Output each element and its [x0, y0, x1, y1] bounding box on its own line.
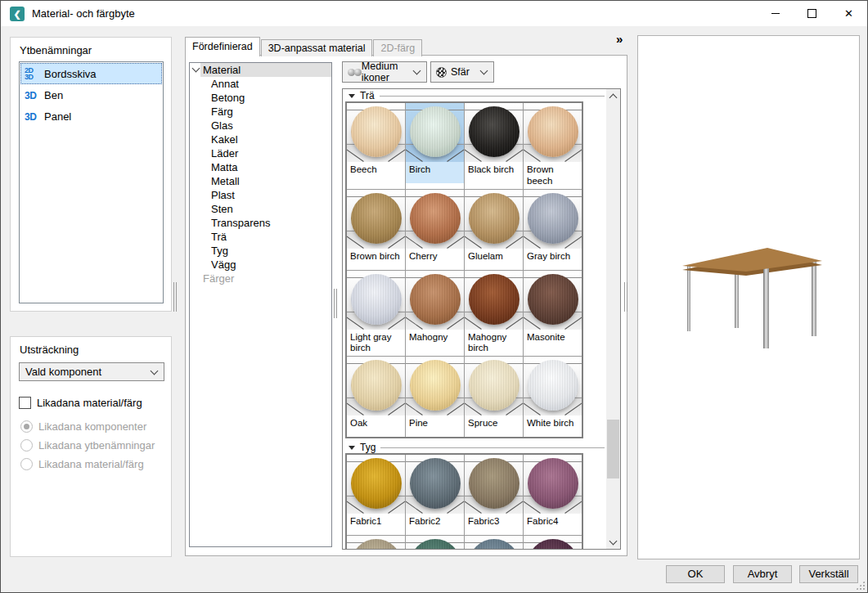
radio-label: Likadana ytbenämningar: [38, 439, 155, 451]
material-sphere: [528, 458, 578, 509]
tab-3d-anpassat-material[interactable]: 3D-anpassat material: [261, 39, 373, 56]
extent-dropdown-value: Vald komponent: [25, 366, 101, 378]
material-tile[interactable]: Brown beech: [524, 103, 582, 189]
tree-item[interactable]: Tyg: [190, 244, 331, 258]
material-tile[interactable]: Oak: [347, 357, 405, 437]
tree-item[interactable]: Glas: [190, 119, 331, 133]
splitter-handle-right[interactable]: [624, 282, 628, 312]
tree-item[interactable]: Plast: [190, 188, 331, 202]
material-sphere-scene: [465, 190, 523, 249]
material-sphere-scene: [406, 357, 464, 416]
tabletop: [638, 36, 861, 281]
tree-root-material[interactable]: Material: [190, 63, 331, 77]
cancel-button[interactable]: Avbryt: [733, 565, 792, 583]
scroll-up-button[interactable]: [606, 89, 620, 103]
material-sphere: [410, 106, 461, 157]
material-tile[interactable]: Gluelam: [465, 190, 523, 270]
tree-item[interactable]: Betong: [190, 91, 331, 105]
tree-item[interactable]: Transparens: [190, 216, 331, 230]
material-tile[interactable]: Fabric2: [406, 455, 464, 535]
expand-panel-button[interactable]: »: [616, 32, 623, 46]
material-label: Black birch: [465, 162, 523, 183]
material-tile[interactable]: [465, 536, 523, 549]
list-item-label: Ben: [44, 89, 63, 101]
material-tile[interactable]: Beech: [347, 103, 405, 189]
material-label: White birch: [524, 416, 582, 437]
material-tile[interactable]: Mahogny: [406, 271, 464, 357]
minimize-icon: [771, 13, 780, 14]
material-tile[interactable]: [347, 536, 405, 549]
tab-f-rdefinierad[interactable]: Fördefinierad: [185, 37, 260, 56]
material-tile[interactable]: [524, 536, 582, 549]
material-tile[interactable]: Fabric1: [347, 455, 405, 535]
material-tile[interactable]: Black birch: [465, 103, 523, 189]
medium-icons-icon: [348, 69, 358, 76]
material-sphere-scene: [347, 103, 405, 162]
chevron-down-icon: [480, 67, 488, 75]
apply-button[interactable]: Verkställ: [799, 565, 858, 583]
icon-size-dropdown[interactable]: Medium ikoner: [342, 61, 427, 83]
section-collapse-icon: [349, 94, 355, 101]
material-sphere: [528, 106, 578, 157]
checkbox-label: Likadana material/färg: [37, 397, 142, 409]
material-sphere: [410, 274, 461, 325]
surface-type-badge: 3D: [25, 110, 44, 123]
tree-item[interactable]: Sten: [190, 202, 331, 216]
chevron-up-icon: [609, 93, 618, 101]
tree-item[interactable]: Metall: [190, 174, 331, 188]
material-tile[interactable]: Masonite: [524, 271, 582, 357]
close-button[interactable]: ✕: [830, 1, 867, 26]
tree-item[interactable]: Vägg: [190, 258, 331, 272]
material-label: Fabric2: [406, 514, 464, 535]
category-tree[interactable]: MaterialAnnatBetongFärgGlasKakelLäderMat…: [189, 62, 332, 547]
scroll-down-button[interactable]: [606, 535, 620, 549]
material-tile[interactable]: Fabric3: [465, 455, 523, 535]
material-sphere-scene: [524, 271, 582, 330]
material-grid: Fabric1Fabric2Fabric3Fabric4: [345, 453, 583, 549]
material-tile[interactable]: Fabric4: [524, 455, 582, 535]
tree-item[interactable]: Läder: [190, 146, 331, 160]
splitter-handle-middle[interactable]: [334, 289, 338, 318]
material-tile[interactable]: Mahogny birch: [465, 271, 523, 357]
material-tile[interactable]: Gray birch: [524, 190, 582, 270]
section-header[interactable]: Trä: [349, 91, 605, 101]
material-tile[interactable]: White birch: [524, 357, 582, 437]
tree-item[interactable]: Färg: [190, 105, 331, 119]
tree-item[interactable]: Annat: [190, 77, 331, 91]
material-tile[interactable]: [406, 536, 464, 549]
tree-item[interactable]: Matta: [190, 160, 331, 174]
scroll-thumb[interactable]: [607, 420, 619, 478]
material-sphere: [351, 458, 402, 509]
list-item[interactable]: 3DBen: [20, 84, 162, 106]
material-sphere-scene: [524, 536, 582, 549]
material-tile[interactable]: Birch: [406, 103, 464, 189]
material-tile[interactable]: Spruce: [465, 357, 523, 437]
sphere-shape-dropdown[interactable]: Sfär: [430, 61, 494, 83]
same-material-checkbox[interactable]: Likadana material/färg: [19, 397, 142, 409]
minimize-button[interactable]: [757, 1, 794, 26]
list-item[interactable]: 3DPanel: [20, 106, 162, 127]
section-header[interactable]: Tyg: [349, 443, 605, 452]
maximize-button[interactable]: [794, 1, 830, 26]
material-sphere-scene: [465, 455, 523, 514]
tree-item[interactable]: Kakel: [190, 133, 331, 146]
vertical-scrollbar[interactable]: [606, 89, 620, 549]
material-label: Beech: [347, 162, 405, 183]
extent-dropdown[interactable]: Vald komponent: [19, 362, 164, 381]
material-tile[interactable]: Cherry: [406, 190, 464, 270]
material-tile[interactable]: Light gray birch: [347, 271, 405, 357]
material-sphere-scene: [524, 357, 582, 416]
material-sphere: [351, 539, 402, 549]
list-item[interactable]: 2D3DBordsskiva: [20, 63, 162, 84]
chevron-down-icon: [413, 67, 421, 75]
splitter-handle-left[interactable]: [173, 282, 178, 312]
radio-label: Likadana material/färg: [38, 458, 144, 470]
material-sphere-scene: [465, 357, 523, 416]
material-tile[interactable]: Pine: [406, 357, 464, 437]
material-tile[interactable]: Brown birch: [347, 190, 405, 270]
tree-item[interactable]: Trä: [190, 230, 331, 244]
radio-circle-icon: [20, 458, 33, 470]
ok-button[interactable]: OK: [666, 565, 725, 583]
extent-panel: Utsträckning Vald komponent Likadana mat…: [10, 336, 172, 557]
surface-names-list[interactable]: 2D3DBordsskiva3DBen3DPanel: [19, 61, 164, 303]
